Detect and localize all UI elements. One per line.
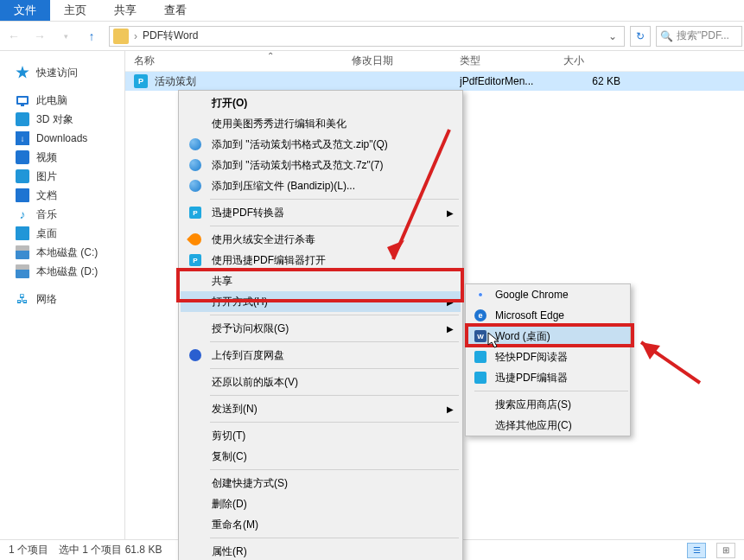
menu-open-with[interactable]: 打开方式(H)▶	[181, 291, 461, 312]
sidebar-item-disk-d[interactable]: 本地磁盘 (D:)	[0, 262, 124, 281]
sidebar-item-downloads[interactable]: Downloads	[0, 129, 124, 148]
submenu-word[interactable]: WWord (桌面)	[466, 326, 630, 347]
sidebar-item-pictures[interactable]: 图片	[0, 167, 124, 186]
word-icon: W	[474, 330, 486, 342]
file-size: 62 KB	[563, 75, 633, 87]
nav-up[interactable]: ↑	[79, 26, 104, 47]
submenu-edge[interactable]: eMicrosoft Edge	[466, 305, 630, 326]
menu-bandizip[interactable]: 添加到压缩文件 (Bandizip)(L)...	[181, 175, 461, 196]
disk-icon	[16, 264, 29, 278]
column-headers: 名称 ⌃ 修改日期 类型 大小	[125, 51, 744, 72]
sidebar-network[interactable]: 🖧 网络	[0, 290, 124, 309]
edge-icon: e	[474, 309, 486, 321]
sidebar-this-pc[interactable]: 此电脑	[0, 91, 124, 110]
submenu-search-store[interactable]: 搜索应用商店(S)	[466, 394, 630, 415]
nav-back[interactable]: ←	[2, 26, 26, 47]
bandizip-icon	[189, 138, 201, 150]
pdf-converter-icon: P	[189, 207, 201, 219]
pc-icon	[16, 96, 29, 105]
open-with-submenu: Google Chrome eMicrosoft Edge WWord (桌面)…	[465, 283, 631, 436]
submenu-choose-other[interactable]: 选择其他应用(C)	[466, 415, 630, 436]
refresh-button[interactable]: ↻	[630, 26, 651, 47]
sidebar-item-3d[interactable]: 3D 对象	[0, 110, 124, 129]
sidebar: 快速访问 此电脑 3D 对象 Downloads 视频 图片 文档 ♪ 音乐	[0, 51, 125, 539]
menu-share[interactable]: 共享	[181, 270, 461, 291]
menu-fire-scan[interactable]: 使用火绒安全进行杀毒	[181, 229, 461, 250]
pdf-editor-icon	[474, 372, 486, 384]
menu-copy[interactable]: 复制(C)	[181, 446, 461, 467]
tab-file[interactable]: 文件	[0, 0, 50, 21]
menu-add-zip[interactable]: 添加到 "活动策划书格式及范文.zip"(Q)	[181, 134, 461, 155]
col-date[interactable]: 修改日期	[352, 54, 460, 68]
status-selection: 选中 1 个项目 61.8 KB	[59, 543, 162, 557]
documents-icon	[16, 188, 29, 202]
file-row[interactable]: P 活动策划 jPdfEditorMen... 62 KB	[125, 72, 744, 91]
col-size[interactable]: 大小	[563, 54, 633, 68]
menu-delete[interactable]: 删除(D)	[181, 493, 461, 514]
col-type[interactable]: 类型	[460, 54, 563, 68]
menu-rename[interactable]: 重命名(M)	[181, 514, 461, 535]
sidebar-item-video[interactable]: 视频	[0, 148, 124, 167]
col-name[interactable]: 名称 ⌃	[134, 54, 352, 68]
nav-forward[interactable]: →	[28, 26, 52, 47]
menu-cut[interactable]: 剪切(T)	[181, 425, 461, 446]
chevron-right-icon: ▶	[443, 208, 457, 218]
menu-open[interactable]: 打开(O)	[181, 92, 461, 113]
chevron-right-icon: ›	[134, 30, 137, 42]
chevron-right-icon: ▶	[443, 324, 457, 334]
baidu-icon	[189, 349, 201, 361]
context-menu: 打开(O) 使用美图秀秀进行编辑和美化 添加到 "活动策划书格式及范文.zip"…	[178, 90, 463, 560]
search-input[interactable]: 🔍 搜索"PDF...	[656, 26, 742, 47]
tab-share[interactable]: 共享	[100, 0, 150, 21]
breadcrumb[interactable]: › PDF转Word ⌄	[109, 26, 625, 47]
sidebar-item-disk-c[interactable]: 本地磁盘 (C:)	[0, 243, 124, 262]
star-icon	[16, 66, 29, 80]
bandizip-icon	[189, 159, 201, 171]
view-details-button[interactable]: ☰	[687, 543, 706, 558]
submenu-pdf-reader[interactable]: 轻快PDF阅读器	[466, 347, 630, 367]
menu-restore[interactable]: 还原以前的版本(V)	[181, 372, 461, 392]
search-icon: 🔍	[660, 30, 673, 42]
sidebar-item-documents[interactable]: 文档	[0, 186, 124, 205]
tab-view[interactable]: 查看	[150, 0, 200, 21]
view-icons-button[interactable]: ⊞	[716, 543, 735, 558]
nav-recent[interactable]: ▾	[54, 26, 78, 47]
menu-properties[interactable]: 属性(R)	[181, 541, 461, 560]
menu-baidu[interactable]: 上传到百度网盘	[181, 345, 461, 366]
submenu-chrome[interactable]: Google Chrome	[466, 284, 630, 305]
chevron-down-icon[interactable]: ⌄	[608, 30, 617, 42]
chrome-icon	[474, 289, 486, 301]
desktop-icon	[16, 226, 29, 240]
file-name: 活动策划	[155, 74, 352, 89]
menu-send-to[interactable]: 发送到(N)▶	[181, 398, 461, 419]
download-icon	[16, 131, 29, 145]
chevron-right-icon: ▶	[443, 297, 457, 307]
pdf-editor-icon: P	[189, 254, 201, 266]
menu-pdf-convert[interactable]: P迅捷PDF转换器▶	[181, 202, 461, 223]
tab-home[interactable]: 主页	[50, 0, 100, 21]
chevron-right-icon: ▶	[443, 404, 457, 414]
menu-meitu[interactable]: 使用美图秀秀进行编辑和美化	[181, 113, 461, 134]
disk-icon	[16, 245, 29, 259]
video-icon	[16, 150, 29, 164]
sidebar-item-music[interactable]: ♪ 音乐	[0, 205, 124, 224]
menu-shortcut[interactable]: 创建快捷方式(S)	[181, 473, 461, 493]
menu-pdf-editor[interactable]: P使用迅捷PDF编辑器打开	[181, 250, 461, 270]
flame-icon	[187, 231, 204, 248]
search-placeholder: 搜索"PDF...	[677, 29, 729, 43]
sort-indicator-icon: ⌃	[267, 51, 274, 60]
address-bar: ← → ▾ ↑ › PDF转Word ⌄ ↻ 🔍 搜索"PDF...	[0, 22, 744, 51]
pdf-reader-icon	[474, 351, 486, 363]
menu-grant-access[interactable]: 授予访问权限(G)▶	[181, 318, 461, 339]
submenu-pdf-editor[interactable]: 迅捷PDF编辑器	[466, 367, 630, 388]
pdf-file-icon: P	[134, 74, 148, 88]
folder-icon	[113, 29, 129, 44]
sidebar-quick-access[interactable]: 快速访问	[0, 63, 124, 82]
pictures-icon	[16, 169, 29, 183]
menu-add-7z[interactable]: 添加到 "活动策划书格式及范文.7z"(7)	[181, 155, 461, 175]
sidebar-item-desktop[interactable]: 桌面	[0, 224, 124, 243]
breadcrumb-folder[interactable]: PDF转Word	[143, 29, 198, 43]
network-icon: 🖧	[16, 292, 29, 306]
music-icon: ♪	[16, 207, 29, 221]
tab-bar: 文件 主页 共享 查看	[0, 0, 744, 22]
